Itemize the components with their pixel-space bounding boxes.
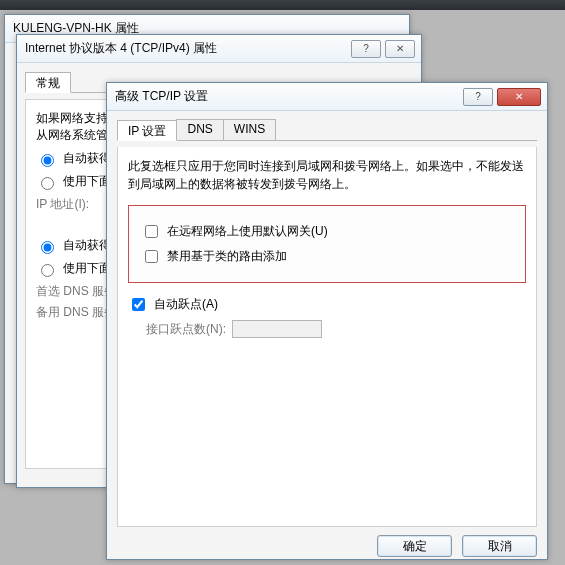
tab-ip-label: IP 设置 xyxy=(128,124,166,138)
title-ipv4: Internet 协议版本 4 (TCP/IPv4) 属性 xyxy=(25,40,347,57)
close-button-advanced[interactable]: ✕ xyxy=(497,88,541,106)
advanced-intro: 此复选框只应用于您同时连接到局域网和拨号网络上。如果选中，不能发送到局域网上的数… xyxy=(128,157,526,193)
metric-label: 接口跃点数(N): xyxy=(146,321,226,338)
checkbox-disable-class-route[interactable] xyxy=(145,250,158,263)
close-icon: ✕ xyxy=(515,91,523,102)
tab-general[interactable]: 常规 xyxy=(25,72,71,93)
help-icon: ? xyxy=(363,43,369,54)
checkbox-auto-metric-label: 自动跃点(A) xyxy=(154,296,218,313)
titlebar-advanced[interactable]: 高级 TCP/IP 设置 ? ✕ xyxy=(107,83,547,111)
ip-label: IP 地址(I): xyxy=(36,196,106,213)
tab-dns-label: DNS xyxy=(187,122,212,136)
checkbox-auto-metric[interactable] xyxy=(132,298,145,311)
tab-wins-label: WINS xyxy=(234,122,265,136)
ok-button[interactable]: 确定 xyxy=(377,535,452,557)
radio-use-ip[interactable] xyxy=(41,177,54,190)
tab-wins[interactable]: WINS xyxy=(223,119,276,140)
help-button-advanced[interactable]: ? xyxy=(463,88,493,106)
radio-auto-ip[interactable] xyxy=(41,154,54,167)
cancel-button-label: 取消 xyxy=(488,538,512,555)
app-titlebar-strip xyxy=(0,0,565,10)
ok-button-label: 确定 xyxy=(403,538,427,555)
checkbox-remote-gateway-label: 在远程网络上使用默认网关(U) xyxy=(167,223,328,240)
cancel-button[interactable]: 取消 xyxy=(462,535,537,557)
close-icon: ✕ xyxy=(396,43,404,54)
title-advanced: 高级 TCP/IP 设置 xyxy=(115,88,459,105)
metric-input xyxy=(232,320,322,338)
tabstrip-advanced: IP 设置 DNS WINS xyxy=(117,119,537,141)
checkbox-remote-gateway[interactable] xyxy=(145,225,158,238)
help-button-ipv4[interactable]: ? xyxy=(351,40,381,58)
tab-ip-settings[interactable]: IP 设置 xyxy=(117,120,177,141)
checkbox-disable-class-route-label: 禁用基于类的路由添加 xyxy=(167,248,287,265)
radio-auto-dns[interactable] xyxy=(41,241,54,254)
titlebar-ipv4[interactable]: Internet 协议版本 4 (TCP/IPv4) 属性 ? ✕ xyxy=(17,35,421,63)
button-row: 确定 取消 xyxy=(107,527,547,565)
window-advanced-tcpip: 高级 TCP/IP 设置 ? ✕ IP 设置 DNS WINS 此复选框只应用于… xyxy=(106,82,548,560)
close-button-ipv4[interactable]: ✕ xyxy=(385,40,415,58)
tab-general-label: 常规 xyxy=(36,76,60,90)
help-icon: ? xyxy=(475,91,481,102)
radio-use-dns[interactable] xyxy=(41,264,54,277)
gateway-group: 在远程网络上使用默认网关(U) 禁用基于类的路由添加 xyxy=(128,205,526,283)
tab-dns[interactable]: DNS xyxy=(176,119,223,140)
